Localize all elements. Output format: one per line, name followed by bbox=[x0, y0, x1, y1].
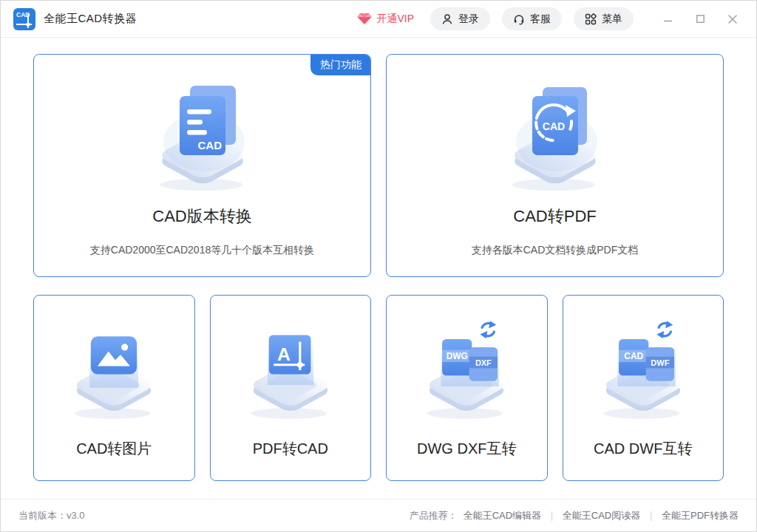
version-value: v3.0 bbox=[67, 510, 85, 521]
menu-label: 菜单 bbox=[602, 13, 622, 26]
card-cad-dwf-swap[interactable]: CAD DWF CAD DWF互转 bbox=[563, 295, 724, 481]
minimize-button[interactable] bbox=[654, 7, 681, 31]
svg-text:DWF: DWF bbox=[651, 358, 669, 367]
card-title: CAD转PDF bbox=[513, 205, 596, 228]
cad-dwf-swap-icon: CAD DWF bbox=[563, 315, 724, 429]
featured-row: 热门功能 CAD CAD版本转换 支持CAD2000至CAD2018等几十个版本… bbox=[33, 54, 724, 277]
hot-feature-badge: 热门功能 bbox=[310, 54, 371, 75]
title-bar: CAD 全能王CAD转换器 开通VIP bbox=[1, 1, 756, 38]
card-title: PDF转CAD bbox=[253, 439, 328, 459]
recommend-label: 产品推荐： bbox=[410, 509, 458, 522]
customer-service-button[interactable]: 客服 bbox=[502, 7, 562, 30]
footer-product-link[interactable]: 全能王PDF转换器 bbox=[662, 509, 739, 522]
card-subtitle: 支持CAD2000至CAD2018等几十个版本互相转换 bbox=[90, 244, 314, 257]
card-cad-to-pdf[interactable]: CAD CAD转PDF 支持各版本CAD文档转换成PDF文档 bbox=[386, 54, 724, 277]
close-button[interactable] bbox=[719, 7, 746, 31]
login-label: 登录 bbox=[458, 13, 479, 26]
card-cad-version-convert[interactable]: 热门功能 CAD CAD版本转换 支持CAD2000至CAD2018等几十个版本… bbox=[33, 54, 371, 277]
small-row: CAD转图片 A PDF转CAD bbox=[33, 295, 724, 481]
grid-menu-icon bbox=[585, 13, 597, 25]
svg-text:DXF: DXF bbox=[475, 358, 492, 367]
separator: ｜ bbox=[547, 509, 557, 522]
status-bar: 当前版本：v3.0 产品推荐： 全能王CAD编辑器 ｜ 全能王CAD阅读器 ｜ … bbox=[1, 499, 756, 531]
dwg-dxf-swap-icon: DWG DXF bbox=[386, 315, 548, 429]
footer-product-link[interactable]: 全能王CAD阅读器 bbox=[563, 509, 640, 522]
footer-product-link[interactable]: 全能王CAD编辑器 bbox=[464, 509, 541, 522]
svg-text:CAD: CAD bbox=[624, 351, 643, 361]
card-title: CAD转图片 bbox=[76, 439, 152, 459]
login-button[interactable]: 登录 bbox=[430, 7, 490, 30]
cad-to-image-icon bbox=[33, 315, 195, 429]
headset-icon bbox=[513, 13, 525, 25]
maximize-button[interactable] bbox=[687, 7, 713, 31]
card-pdf-to-cad[interactable]: A PDF转CAD bbox=[210, 295, 372, 481]
app-logo-icon: CAD bbox=[13, 7, 36, 31]
svg-text:CAD: CAD bbox=[542, 120, 564, 132]
svg-text:CAD: CAD bbox=[197, 139, 222, 151]
version-label: 当前版本： bbox=[18, 510, 67, 521]
service-label: 客服 bbox=[530, 13, 551, 26]
user-icon bbox=[441, 13, 453, 25]
app-title: 全能王CAD转换器 bbox=[44, 12, 137, 26]
svg-text:DWG: DWG bbox=[447, 351, 468, 361]
pdf-to-cad-icon: A bbox=[210, 315, 372, 429]
card-subtitle: 支持各版本CAD文档转换成PDF文档 bbox=[472, 244, 639, 257]
separator: ｜ bbox=[646, 509, 656, 522]
product-recommendations: 产品推荐： 全能王CAD编辑器 ｜ 全能王CAD阅读器 ｜ 全能王PDF转换器 bbox=[410, 509, 739, 522]
card-title: CAD DWF互转 bbox=[594, 439, 692, 459]
card-title: CAD版本转换 bbox=[152, 205, 251, 228]
card-cad-to-image[interactable]: CAD转图片 bbox=[33, 295, 195, 481]
card-title: DWG DXF互转 bbox=[417, 439, 516, 459]
card-dwg-dxf-swap[interactable]: DWG DXF DWG DXF互转 bbox=[386, 295, 548, 481]
menu-button[interactable]: 菜单 bbox=[574, 7, 634, 30]
cad-to-pdf-icon: CAD bbox=[466, 74, 644, 204]
function-grid: 热门功能 CAD CAD版本转换 支持CAD2000至CAD2018等几十个版本… bbox=[1, 38, 756, 499]
vip-label: 开通VIP bbox=[376, 13, 414, 26]
version-info: 当前版本：v3.0 bbox=[18, 509, 85, 522]
svg-text:A: A bbox=[277, 344, 291, 364]
vip-button[interactable]: 开通VIP bbox=[357, 13, 414, 26]
cad-version-convert-icon: CAD bbox=[114, 74, 291, 204]
gem-icon bbox=[357, 13, 372, 25]
titlebar-actions: 开通VIP 登录 客服 bbox=[357, 7, 746, 31]
app-identity: CAD 全能王CAD转换器 bbox=[13, 7, 137, 31]
window-controls bbox=[654, 7, 746, 31]
